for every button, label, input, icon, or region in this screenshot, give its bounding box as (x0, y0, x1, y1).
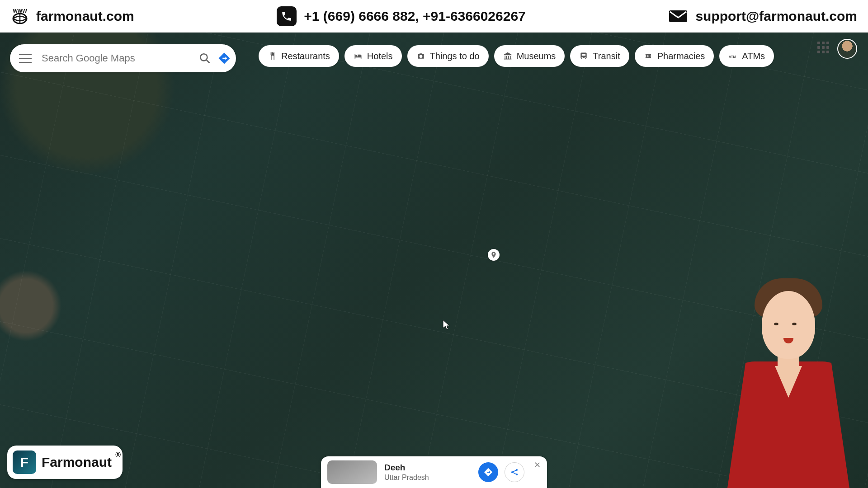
chip-things-to-do[interactable]: Things to do (407, 45, 489, 67)
museum-icon (503, 52, 512, 61)
search-bar (10, 44, 236, 72)
svg-line-4 (206, 60, 209, 63)
place-share-button[interactable] (505, 462, 524, 482)
cursor-icon (443, 319, 451, 333)
chip-label: Hotels (367, 51, 393, 61)
badge-brand-label: Farmonaut (42, 455, 112, 469)
presenter-figure (721, 289, 856, 488)
chip-label: Transit (593, 51, 620, 61)
website-item[interactable]: WWW farmonaut.com (11, 9, 134, 24)
phone-item[interactable]: +1 (669) 6666 882, +91-6366026267 (277, 6, 525, 26)
place-thumbnail[interactable] (327, 460, 377, 484)
camera-icon (416, 52, 425, 61)
phone-text: +1 (669) 6666 882, +91-6366026267 (304, 9, 525, 24)
pharmacy-icon (644, 52, 653, 61)
restaurant-icon (268, 52, 277, 61)
share-icon (510, 468, 519, 477)
directions-icon (483, 467, 493, 477)
place-subtitle: Uttar Pradesh (384, 474, 471, 482)
map-canvas[interactable]: Restaurants Hotels Things to do Museums … (0, 33, 868, 488)
place-info: Deeh Uttar Pradesh (384, 463, 471, 482)
place-actions (478, 462, 524, 482)
google-apps-icon[interactable] (817, 42, 830, 54)
map-pin-icon[interactable] (488, 249, 500, 261)
contact-bar: WWW farmonaut.com +1 (669) 6666 882, +91… (0, 0, 868, 33)
badge-trademark: ® (115, 451, 121, 459)
chip-label: Pharmacies (657, 51, 705, 61)
place-card: Deeh Uttar Pradesh ✕ (321, 456, 547, 488)
chip-transit[interactable]: Transit (570, 45, 629, 67)
globe-www-icon: WWW (11, 9, 29, 24)
transit-icon (579, 52, 588, 61)
email-item[interactable]: support@farmonaut.com (668, 9, 857, 24)
email-text: support@farmonaut.com (695, 9, 857, 24)
place-title: Deeh (384, 463, 471, 473)
category-chips: Restaurants Hotels Things to do Museums … (259, 45, 774, 67)
phone-icon (277, 6, 297, 26)
chip-label: ATMs (742, 51, 765, 61)
farmonaut-badge: F Farmonaut® (7, 446, 123, 479)
place-directions-button[interactable] (478, 462, 498, 482)
atm-icon: ATM (728, 52, 737, 61)
menu-icon[interactable] (19, 52, 32, 65)
chip-museums[interactable]: Museums (494, 45, 565, 67)
svg-rect-2 (669, 10, 687, 22)
svg-text:ATM: ATM (729, 55, 736, 59)
chip-pharmacies[interactable]: Pharmacies (635, 45, 714, 67)
farmonaut-logo-icon: F (13, 450, 36, 474)
account-avatar[interactable] (837, 39, 857, 59)
search-icon[interactable] (199, 52, 211, 64)
chip-hotels[interactable]: Hotels (344, 45, 402, 67)
badge-brand-text: Farmonaut® (42, 455, 112, 470)
chip-label: Things to do (430, 51, 480, 61)
website-text: farmonaut.com (36, 9, 134, 24)
search-input[interactable] (42, 52, 193, 64)
place-close-button[interactable]: ✕ (534, 461, 541, 469)
svg-text:WWW: WWW (13, 9, 27, 14)
mail-icon (668, 9, 688, 24)
chip-label: Restaurants (281, 51, 330, 61)
hotel-icon (354, 52, 363, 61)
chip-atms[interactable]: ATM ATMs (719, 45, 774, 67)
directions-icon[interactable] (216, 50, 232, 66)
chip-restaurants[interactable]: Restaurants (259, 45, 339, 67)
chip-label: Museums (517, 51, 556, 61)
